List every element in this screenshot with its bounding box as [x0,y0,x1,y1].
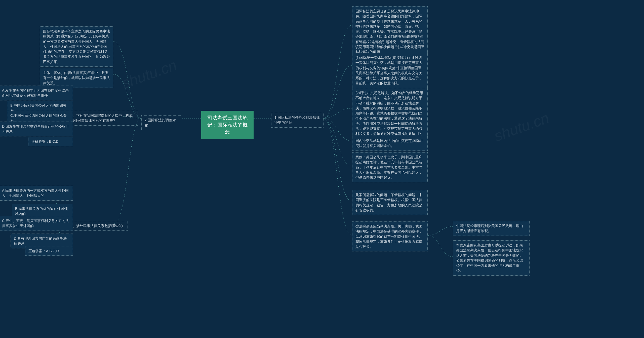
watermark: shutu.cn [492,109,551,145]
question-2[interactable]: 2、涉外民事法律关系包括哪些?() [67,221,128,231]
branch-1-item-6-child-1[interactable]: 本案原告回到美国后也可以提起诉讼，如果美国法院判决离婚，但是在得到中国法院承认之… [453,240,530,276]
branch-2-item-1[interactable]: 主体、客体、内容(法律事实)三者中，只要有一个是涉外的，就可以认为是涉外民事法律… [40,68,113,88]
branch-2-title[interactable]: 2.国际私法的调整对象 [141,115,181,130]
q1-answer[interactable]: 正确答案：B,C,D [28,137,73,146]
branch-1-item-0[interactable]: 国际私法的主要任务是解决民商事法律冲突。随着国际民商事交往的日渐频繁，国际民商事… [352,6,428,57]
q2-option-a[interactable]: A.民事法律关系的一方或双方当事人是外国人、无国籍人、外国法人的 [0,186,73,201]
q1-option-d[interactable]: D.因发生在印度的交通事故而产生的侵权行为关系 [0,122,73,136]
branch-1-item-6-child-0[interactable]: 中国法院经审理后判决美国公民败诉，理由是双方感情没有破裂。 [453,221,530,236]
center-topic[interactable]: 司法考试三国法笔记：国际私法的概念 [201,111,254,139]
watermark: shutu.cn [119,56,179,92]
q1-option-a[interactable]: A.发生在美国的犯罪行为因在我国发生结果而对犯罪嫌疑人追究刑事责任 [0,86,73,100]
branch-1-item-6[interactable]: ②法院是否应当判决离婚。关于离婚，我国法律规定，中国法院受理的涉外离婚案件，以及… [352,221,428,251]
branch-2-item-0[interactable]: 国际私法调整平等主体之间的国际民商事法律关系《民通意见》178规定，凡民事关系的… [40,26,113,67]
branch-1-title[interactable]: 1.国际私法的任务和解决法律冲突的途径 [271,113,324,128]
question-1[interactable]: 1、下列在我国法院提起的诉讼中，构成涉外民事法律关系的有哪些? [67,111,138,126]
branch-1-item-1[interactable]: (1)国际统一实体法解决(直接解决)：通过统一实体法消灭冲突，就是用直接规定当事… [352,53,428,88]
q2-answer[interactable]: 正确答案：A,B,C,D [25,246,73,256]
q2-option-c[interactable]: C.产生、变更、消灭民事权利义务关系的法律事实发生于外国的 [0,216,73,231]
branch-1-item-2[interactable]: (2)通过冲突规范解决。如不动产的继承适用不动产所在地法，这条冲突规范就说明对于… [352,88,428,144]
branch-1-item-3[interactable]: 国内冲突法就是国内法中的冲突规范;国际冲突法就是有关国际条约。 [352,136,428,151]
branch-1-item-4[interactable]: 案例：美国公民李宗仁次子，到中国的重庆提起离婚之诉，他在十几年前与中国公民结婚，… [352,152,428,182]
branch-1-item-5[interactable]: 此案例需解决的问题：①管辖权的问题，中国重庆的法院是否有管辖权。根据中国法律的相… [352,190,428,215]
